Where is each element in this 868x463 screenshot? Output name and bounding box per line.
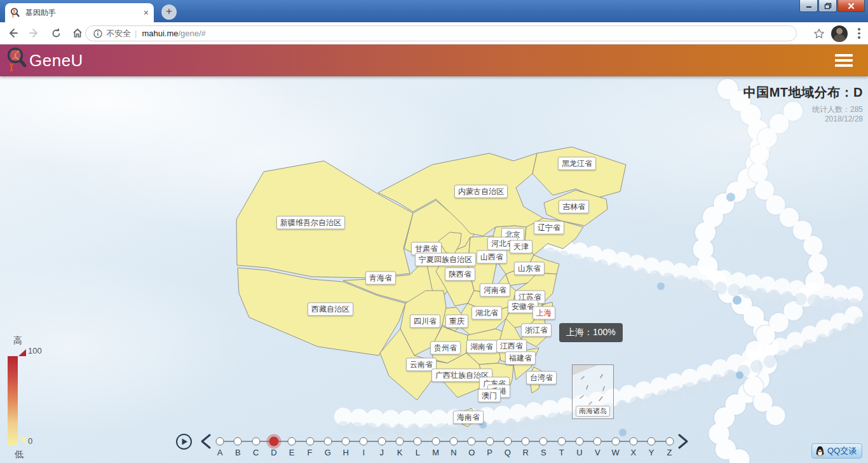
- timeline-label-O: O: [468, 448, 475, 457]
- province-heilongjiang[interactable]: [532, 147, 626, 198]
- timeline-dot-K[interactable]: [396, 438, 404, 446]
- qq-penguin-icon: [815, 446, 825, 457]
- timeline-dot-X[interactable]: [629, 438, 637, 446]
- map-tooltip: 上海：100%: [559, 323, 623, 342]
- hamburger-menu-icon[interactable]: [835, 54, 853, 67]
- timeline-dot-N[interactable]: [449, 438, 458, 446]
- favicon-gene-icon: [10, 8, 20, 18]
- timeline-label-H: H: [342, 448, 348, 457]
- browser-toolbar: 不安全 | mahui.me/gene/#: [0, 22, 868, 45]
- tab-close-icon[interactable]: ×: [144, 8, 149, 17]
- timeline-dot-L[interactable]: [414, 438, 422, 446]
- legend-min-value: 0: [28, 436, 32, 446]
- timeline-dot-W[interactable]: [611, 438, 620, 446]
- page-title: 中国MT地域分布：D: [743, 84, 863, 101]
- url-bar[interactable]: 不安全 | mahui.me/gene/#: [85, 25, 797, 41]
- timeline-label-P: P: [487, 448, 492, 457]
- timeline-dot-E[interactable]: [288, 438, 296, 446]
- timeline-dot-H[interactable]: [342, 438, 350, 446]
- browser-tab[interactable]: 基因助手 ×: [5, 3, 154, 22]
- timeline-label-A: A: [217, 448, 223, 457]
- timeline-label-M: M: [432, 448, 439, 457]
- profile-avatar[interactable]: [831, 25, 848, 42]
- qq-chat-button[interactable]: QQ交谈: [811, 443, 862, 459]
- security-label: 不安全: [106, 28, 131, 39]
- home-icon[interactable]: [69, 24, 86, 42]
- timeline-dot-O[interactable]: [468, 438, 476, 446]
- app-header: GeneU: [0, 45, 868, 76]
- timeline-label-U: U: [576, 448, 582, 457]
- timeline-label-D: D: [271, 448, 276, 457]
- province-shanghai[interactable]: [543, 302, 553, 314]
- new-tab-button[interactable]: +: [161, 4, 177, 20]
- bookmark-star-icon[interactable]: [813, 28, 825, 39]
- timeline-dot-D[interactable]: [269, 437, 278, 446]
- url-path: /gene/#: [178, 29, 205, 38]
- legend-high-label: 高: [13, 335, 22, 347]
- province-hainan[interactable]: [458, 408, 478, 427]
- timeline-dot-C[interactable]: [252, 438, 260, 446]
- timeline-dot-G[interactable]: [323, 438, 332, 446]
- timeline-label-F: F: [308, 448, 313, 457]
- legend-max-value: 100: [28, 346, 42, 356]
- timeline-label-Q: Q: [505, 448, 511, 457]
- url-separator: |: [135, 29, 137, 38]
- window-close-button[interactable]: [837, 0, 865, 12]
- timeline-dot-S[interactable]: [539, 438, 548, 446]
- timeline-play-button[interactable]: [175, 433, 193, 450]
- timeline-dot-R[interactable]: [522, 438, 530, 446]
- timeline-label-B: B: [235, 448, 241, 457]
- province-guangdong[interactable]: [479, 363, 513, 394]
- timeline-label-L: L: [416, 448, 420, 457]
- timeline-label-T: T: [559, 448, 564, 457]
- timeline-dot-T[interactable]: [557, 438, 566, 446]
- map-stage: 中国MT地域分布：D 统计人数：285 2018/12/28: [0, 76, 868, 463]
- tab-title: 基因助手: [25, 8, 144, 18]
- timeline-label-R: R: [522, 448, 528, 457]
- window-titlebar: 基因助手 × +: [0, 0, 868, 22]
- geneu-logo-icon: [5, 46, 28, 76]
- back-icon[interactable]: [4, 24, 22, 42]
- qq-chat-label: QQ交谈: [827, 445, 857, 457]
- timeline-dot-Y[interactable]: [648, 438, 656, 446]
- timeline-label-G: G: [325, 448, 331, 457]
- timeline-label-C: C: [253, 448, 259, 457]
- timeline-dot-A[interactable]: [216, 438, 224, 446]
- province-taiwan[interactable]: [529, 367, 541, 393]
- timeline-label-X: X: [631, 448, 637, 457]
- timeline-dot-M[interactable]: [431, 438, 440, 446]
- timeline-label-Y: Y: [649, 448, 654, 457]
- window-minimize-button[interactable]: [799, 0, 818, 12]
- timeline-dot-I[interactable]: [360, 438, 368, 446]
- inset-label: 南海诸岛: [576, 406, 610, 417]
- stats-count: 统计人数：285: [743, 105, 863, 114]
- timeline-dot-Q[interactable]: [503, 438, 512, 446]
- timeline-dot-F[interactable]: [306, 438, 314, 446]
- timeline-label-J: J: [379, 448, 384, 457]
- forward-icon[interactable]: [25, 24, 43, 42]
- url-host: mahui.me: [142, 29, 178, 38]
- province-xinjiang[interactable]: [236, 161, 413, 278]
- browser-menu-icon[interactable]: [854, 28, 864, 39]
- timeline-dot-P[interactable]: [485, 438, 494, 446]
- info-icon[interactable]: [93, 29, 102, 38]
- timeline-prev-icon[interactable]: [199, 432, 213, 450]
- inset-corner-shape: [573, 365, 598, 375]
- timeline-label-N: N: [451, 448, 456, 457]
- timeline-dot-V[interactable]: [593, 438, 602, 446]
- timeline-dot-J[interactable]: [377, 438, 386, 446]
- legend-low-label: 低: [15, 449, 24, 460]
- nanhai-inset: 南海诸岛: [572, 364, 614, 419]
- timeline-label-E: E: [289, 448, 295, 457]
- legend-gradient-bar[interactable]: [8, 356, 18, 445]
- timeline-dot-U[interactable]: [576, 438, 584, 446]
- timeline-dot-B[interactable]: [234, 438, 242, 446]
- timeline-label-S: S: [541, 448, 546, 457]
- timeline-next-icon[interactable]: [676, 432, 690, 450]
- timeline-label-V: V: [595, 448, 600, 457]
- timeline-dot-Z[interactable]: [665, 438, 674, 446]
- province-beijing[interactable]: [503, 230, 515, 240]
- refresh-icon[interactable]: [47, 24, 65, 42]
- timeline-label-K: K: [397, 448, 403, 457]
- window-restore-button[interactable]: [818, 0, 837, 12]
